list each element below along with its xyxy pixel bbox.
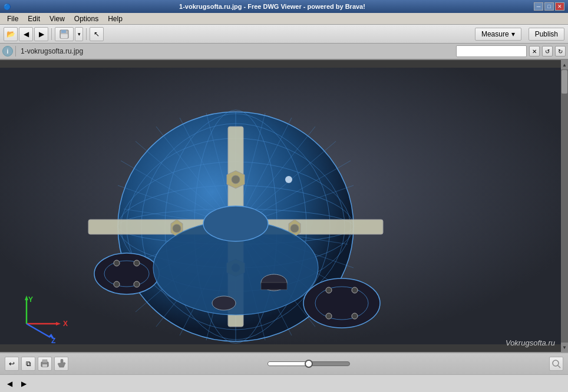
status-left: ◀ ▶ [5,379,28,388]
menu-view[interactable]: View [45,14,70,24]
svg-line-69 [558,366,560,368]
back-button[interactable]: ◀ [19,27,33,41]
menu-edit[interactable]: Edit [23,14,45,24]
menu-file[interactable]: File [2,14,23,24]
hand-tool-button[interactable] [54,357,68,371]
menu-options[interactable]: Options [70,14,103,24]
title-bar: 🔵 1-vokrugsofta.ru.jpg - Free DWG Viewer… [0,0,568,13]
svg-point-31 [232,175,240,184]
toolbar-separator-2 [86,28,87,40]
svg-point-42 [114,281,120,287]
svg-point-49 [352,313,358,319]
dropdown-button[interactable]: ▾ [75,27,83,41]
tab-info-button[interactable]: i [2,46,13,57]
open-button[interactable]: 📂 [4,27,18,41]
print-button[interactable] [38,357,52,371]
forward-button[interactable]: ▶ [34,27,48,41]
svg-point-35 [173,224,181,232]
save-button[interactable] [55,27,74,41]
copy-button[interactable]: ⧉ [21,357,35,371]
svg-point-38 [94,253,159,294]
measure-dropdown-icon: ▾ [511,30,515,38]
tab-right: ✕ ↺ ↻ [88,45,566,57]
svg-point-37 [290,224,299,232]
info-icon: i [7,48,9,55]
svg-point-41 [134,260,140,266]
progress-bar[interactable] [268,361,350,366]
svg-point-40 [114,260,120,266]
measure-label: Measure [481,30,509,38]
cursor-button[interactable]: ↖ [90,27,104,41]
menu-bar: File Edit View Options Help [0,13,568,25]
svg-point-44 [303,278,380,328]
progress-thumb[interactable] [305,360,313,368]
svg-rect-2 [61,34,68,38]
tab-redo-button[interactable]: ↻ [555,46,566,57]
watermark: Vokrugsofta.ru [506,338,555,347]
svg-point-51 [203,206,268,241]
publish-button[interactable]: Publish [529,28,564,41]
menu-help[interactable]: Help [103,14,127,24]
progress-area [71,361,547,366]
model-svg: X Y Z [0,60,561,352]
main-area: X Y Z Vokrugsofta.ru ▲ ▼ [0,60,568,352]
svg-rect-53 [261,283,287,290]
viewport[interactable]: X Y Z Vokrugsofta.ru [0,60,561,352]
minimize-button[interactable]: ─ [534,2,543,11]
nav-forward-button[interactable]: ▶ [19,379,28,388]
viewport-canvas: X Y Z Vokrugsofta.ru [0,60,561,352]
scroll-track[interactable] [561,69,568,343]
svg-text:X: X [63,320,68,328]
svg-point-47 [352,287,358,293]
toolbar: 📂 ◀ ▶ ▾ ↖ Measure ▾ Publish [0,25,568,44]
tab-separator [15,46,16,57]
tab-filename: 1-vokrugsofta.ru.jpg [18,46,85,57]
svg-text:Y: Y [28,295,33,304]
undo-button[interactable]: ↩ [5,357,19,371]
svg-rect-1 [61,30,66,33]
window-controls: ─ □ ✕ [534,2,564,11]
publish-label: Publish [535,30,558,38]
tab-bar: i 1-vokrugsofta.ru.jpg ✕ ↺ ↻ [0,44,568,60]
zoom-button[interactable] [549,357,563,371]
search-input[interactable] [456,45,527,57]
maximize-button[interactable]: □ [544,2,554,11]
svg-point-55 [285,176,292,183]
svg-point-68 [553,360,559,366]
measure-button[interactable]: Measure ▾ [475,28,521,41]
close-button[interactable]: ✕ [555,2,564,11]
svg-rect-67 [42,360,47,363]
nav-back-button[interactable]: ◀ [5,379,14,388]
tab-undo-button[interactable]: ↺ [542,46,553,57]
scroll-up-button[interactable]: ▲ [561,60,568,69]
scrollbar-right[interactable]: ▲ ▼ [561,60,568,352]
bottom-toolbar: ↩ ⧉ [0,352,568,374]
svg-point-54 [212,296,236,310]
svg-point-43 [134,281,140,287]
svg-point-46 [326,287,332,293]
svg-point-48 [326,313,332,319]
window-title: 1-vokrugsofta.ru.jpg - Free DWG Viewer -… [11,3,534,10]
tab-close-button[interactable]: ✕ [529,46,540,57]
status-bar: ◀ ▶ [0,374,568,392]
toolbar-separator-1 [51,28,52,40]
scroll-thumb[interactable] [562,70,567,94]
svg-text:Z: Z [51,337,55,345]
scroll-down-button[interactable]: ▼ [561,343,568,352]
progress-fill [268,362,309,366]
svg-rect-66 [42,364,47,367]
